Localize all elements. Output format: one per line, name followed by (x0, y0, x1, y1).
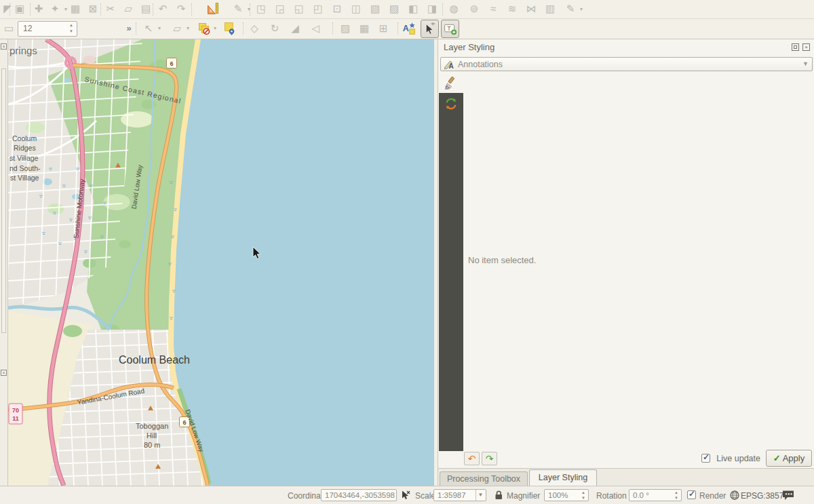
qgis-window: ◤▣✚✦▾▦⊠✂▱▤↶↷✎▾◳◲◱◰⊡◫▧▨◧◨◍⊚≈≋⋈▥✎▾ 12 ▲▼ »… (0, 0, 814, 504)
merge-features-icon[interactable]: ≋ (505, 1, 520, 16)
attribute-table-icon[interactable]: ▦ (68, 1, 83, 16)
symbology-tab[interactable] (443, 76, 459, 92)
toolbar-separator (243, 22, 244, 35)
digitize-icon-9[interactable]: ◧ (406, 1, 421, 16)
trace-icon[interactable]: ✎ (563, 1, 578, 16)
magnifier-label: Magnifier (507, 491, 540, 501)
magnifier-spinbox[interactable]: 100% ▲▼ (544, 489, 589, 501)
crs-label[interactable]: EPSG:3857 (741, 491, 783, 501)
map-label: prings (9, 45, 37, 56)
spinbox-arrows[interactable]: ▲▼ (67, 22, 75, 35)
panel-title: Layer Styling (444, 42, 495, 52)
annotation-style-icon[interactable]: ✎ (231, 1, 246, 16)
select-annotation-icon[interactable]: ↖ (141, 21, 156, 36)
toolbar-separator (100, 3, 101, 16)
spinbox-arrows[interactable]: ▲▼ (580, 490, 587, 501)
current-edits-icon[interactable]: ▭ (1, 21, 16, 36)
toolbar-separator (136, 22, 136, 35)
digitize-icon-10[interactable]: ◨ (425, 1, 440, 16)
text-annotation-icon[interactable]: A (402, 21, 416, 36)
undock-icon[interactable] (792, 43, 799, 51)
offset-curve-icon[interactable]: ▥ (543, 1, 558, 16)
globe-icon[interactable] (729, 490, 740, 501)
new-annotation-layer-icon[interactable] (206, 1, 220, 16)
map-water (174, 39, 434, 486)
redo-icon[interactable]: ↷ (174, 1, 189, 16)
diagram-icon-2[interactable]: ▦ (357, 21, 372, 36)
vertex-tool-icon[interactable]: ◍ (446, 1, 461, 16)
messages-icon[interactable] (781, 490, 795, 501)
resize-label-icon[interactable]: ◢ (288, 21, 303, 36)
pin-labels-icon[interactable] (222, 21, 237, 36)
lock-scale-icon[interactable] (493, 490, 504, 501)
rotate-label-icon[interactable]: ↻ (267, 21, 282, 36)
measure-icon[interactable]: ⊚ (467, 1, 482, 16)
panel-edge (1, 69, 6, 333)
modify-annotations-button[interactable] (421, 20, 439, 38)
diagram-icon-3[interactable]: ⊞ (376, 21, 391, 36)
chevron-down-icon[interactable]: ▼ (476, 490, 485, 501)
change-label-icon[interactable]: ◁ (308, 21, 323, 36)
close-icon[interactable]: × (1, 43, 7, 50)
layer-select-combo[interactable]: A Annotations ▼ (440, 57, 813, 71)
avoid-overlap-icon[interactable] (197, 21, 212, 36)
select-annotation-icon-dropdown[interactable]: ▾ (156, 25, 163, 31)
mouse-position-icon[interactable] (400, 490, 411, 501)
history-tab[interactable] (444, 96, 459, 111)
dock-tab-layer-styling[interactable]: Layer Styling (529, 469, 597, 486)
apply-button[interactable]: ✓Apply (766, 450, 812, 467)
digitize-icon-2[interactable]: ◲ (273, 1, 288, 16)
digitize-icon-5[interactable]: ⊡ (330, 1, 345, 16)
copy-style-icon-dropdown[interactable]: ▾ (185, 25, 191, 31)
trace-icon-dropdown[interactable]: ▾ (578, 6, 585, 12)
rotation-spinbox[interactable]: 0.0 ° ▲▼ (629, 489, 682, 501)
digitize-icon-6[interactable]: ◫ (349, 1, 364, 16)
map-svg[interactable]: 667011 pringsSunshine Coast RegionalCool… (8, 39, 434, 486)
undo-button[interactable]: ↶ (464, 452, 480, 465)
avoid-overlap-icon-dropdown[interactable]: ▾ (212, 25, 218, 31)
copy-features-icon[interactable]: ▱ (121, 1, 136, 16)
cut-features-icon[interactable]: ✂ (103, 1, 118, 16)
empty-message: No item selected. (468, 255, 536, 265)
font-size-spinbox[interactable]: 12 ▲▼ (18, 21, 77, 37)
digitize-icon-8[interactable]: ▨ (387, 1, 402, 16)
map-canvas[interactable]: 667011 pringsSunshine Coast RegionalCool… (8, 39, 434, 486)
render-checkbox[interactable]: ✓ (687, 490, 696, 501)
map-label: 80 m (144, 441, 160, 449)
digitize-icon-4[interactable]: ◰ (311, 1, 326, 16)
digitize-icon-7[interactable]: ▧ (368, 1, 383, 16)
scale-value: 1:35987 (438, 491, 466, 499)
toolbar-overflow-chevron[interactable]: » (123, 21, 134, 36)
toolbar-separator (191, 3, 192, 16)
save-icon[interactable]: ▣ (12, 1, 27, 16)
split-features-icon[interactable]: ≈ (486, 1, 501, 16)
map-label: Coolum (12, 134, 37, 142)
live-update-checkbox[interactable]: ✓ (701, 454, 710, 463)
map-tools-icon[interactable]: ✦ (47, 1, 62, 16)
coordinate-input[interactable]: 17043464,-3053598 (321, 489, 397, 501)
annotation-style-icon-dropdown[interactable]: ▾ (246, 6, 252, 12)
spinbox-arrows[interactable]: ▲▼ (673, 490, 680, 501)
close-icon[interactable]: × (802, 43, 810, 51)
toolbar-separator (332, 22, 333, 35)
magnifier-value: 100% (548, 491, 568, 499)
move-label-icon[interactable]: ◇ (247, 21, 262, 36)
scale-combo[interactable]: 1:35987 ▼ (433, 489, 486, 501)
create-text-annotation-button[interactable]: T (441, 20, 459, 38)
redo-button[interactable]: ↷ (482, 452, 497, 465)
undo-icon[interactable]: ↶ (155, 1, 170, 16)
reshape-icon[interactable]: ⋈ (524, 1, 539, 16)
copy-style-icon[interactable]: ▱ (170, 21, 185, 36)
dock-tab-processing-toolbox[interactable]: Processing Toolbox (440, 471, 528, 486)
digitize-icon-3[interactable]: ◱ (292, 1, 307, 16)
delete-selected-icon[interactable]: ⊠ (85, 1, 100, 16)
live-update-control[interactable]: ✓ Live update (701, 454, 760, 465)
rotation-label: Rotation (596, 491, 627, 501)
render-label: Render (699, 491, 726, 501)
digitize-icon-1[interactable]: ◳ (254, 1, 269, 16)
close-icon[interactable]: × (1, 370, 7, 376)
toolbar-main: ◤▣✚✦▾▦⊠✂▱▤↶↷✎▾◳◲◱◰⊡◫▧▨◧◨◍⊚≈≋⋈▥✎▾ (0, 0, 814, 19)
paste-features-icon[interactable]: ▤ (138, 1, 153, 16)
add-feature-icon[interactable]: ✚ (31, 1, 46, 16)
diagram-icon-1[interactable]: ▨ (338, 21, 353, 36)
